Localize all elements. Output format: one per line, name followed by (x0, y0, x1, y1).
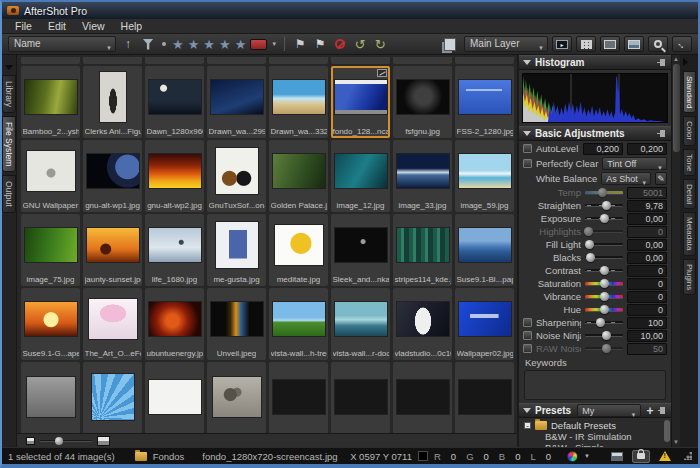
hue-slider[interactable] (585, 308, 623, 312)
vibrance-value[interactable]: 0 (627, 291, 667, 303)
autolevel-value-2[interactable]: 0,200 (627, 143, 667, 155)
thumbnail-cell[interactable] (207, 362, 266, 434)
fill-light-slider[interactable] (585, 243, 623, 246)
thumbnail-cell[interactable]: Drawn_wa...332_.jpg (269, 66, 328, 138)
thumbnail-cell[interactable]: image_59.jpg (455, 140, 514, 212)
collapse-folder-icon[interactable]: - (524, 422, 531, 429)
slider-handle[interactable] (596, 318, 605, 327)
color-management-dropdown-icon[interactable]: ▼ (584, 453, 590, 459)
saturation-slider[interactable] (585, 282, 623, 286)
sharpening-checkbox[interactable] (523, 318, 532, 327)
thumbnail-cell[interactable] (455, 362, 514, 434)
filter-icon[interactable] (140, 36, 156, 52)
thumbnail-view-button[interactable] (576, 36, 596, 52)
pin-icon[interactable] (658, 407, 667, 415)
thumbnail-cell[interactable]: gnu-alt-wp1.jpg (83, 140, 142, 212)
combo-view-button[interactable] (624, 36, 644, 52)
fullscreen-button[interactable]: ↔ (672, 36, 692, 52)
menu-file[interactable]: File (8, 19, 39, 33)
thumbnail-cell[interactable]: image_33.jpg (393, 140, 452, 212)
presets-dropdown[interactable]: My Favorites (577, 404, 640, 417)
noise-ninja-value[interactable]: 10,00 (627, 330, 667, 342)
thumbnail-cell[interactable]: Golden Palace.jpg (269, 140, 328, 212)
menu-help[interactable]: Help (114, 19, 150, 33)
thumbnail-cell[interactable]: meditate.jpg (269, 214, 328, 286)
scroll-down-icon[interactable]: ▼ (673, 439, 679, 446)
highlights-value[interactable]: 0 (627, 226, 667, 238)
color-label-swatch[interactable] (250, 39, 267, 50)
collapse-left-panel-icon[interactable] (5, 65, 13, 70)
slider-handle[interactable] (602, 344, 611, 353)
title-bar[interactable]: AfterShot Pro (2, 2, 698, 19)
highlights-slider[interactable] (585, 230, 623, 233)
slider-handle[interactable] (598, 188, 607, 197)
autolevel-value-1[interactable]: 0,200 (583, 143, 623, 155)
tab-detail[interactable]: Detail (683, 179, 696, 209)
collapse-right-panel-icon[interactable] (683, 58, 688, 66)
scroll-up-icon[interactable]: ▲ (673, 56, 679, 63)
thumbnail-cell[interactable]: Dawn_1280x960.jpg (145, 66, 204, 138)
star-icon-2[interactable]: ★ (188, 38, 200, 51)
thumbnail-cell[interactable]: Sleek_and...nkahn.jpg (331, 214, 390, 286)
slider-handle[interactable] (600, 214, 609, 223)
rotate-right-icon[interactable]: ↻ (372, 36, 388, 52)
thumbnail-cell[interactable]: vladstudio...0c1024.jpg (393, 288, 452, 360)
thumbnail-cell[interactable]: The_Art_O...eFear.jpg (83, 288, 142, 360)
autolevel-checkbox[interactable] (523, 144, 532, 153)
thumbnail-cell[interactable]: Bamboo_2...ysha.jpg (21, 66, 80, 138)
preset-folder-row[interactable]: - Default Presets (519, 420, 671, 431)
blacks-slider[interactable] (585, 256, 623, 259)
raw-noise-value[interactable]: 50 (627, 343, 667, 355)
tab-output[interactable]: Output (2, 175, 16, 213)
thumbnail-cell[interactable] (269, 362, 328, 434)
thumbnail-cell[interactable]: Drawn_wa...299_.jpg (207, 66, 266, 138)
thumbnail-cell[interactable]: FSS-2_1280.jpg (455, 66, 514, 138)
slideshow-button[interactable]: ▸ (552, 36, 572, 52)
tab-file-system[interactable]: File System (2, 116, 16, 172)
presets-header[interactable]: Presets My Favorites + (519, 403, 671, 418)
slider-handle[interactable] (600, 279, 609, 288)
resize-grip[interactable] (684, 452, 692, 460)
exposure-value[interactable]: 0,00 (627, 213, 667, 225)
pin-icon[interactable] (657, 130, 667, 138)
thumbnail-cell-selected[interactable]: fondo_128...ncast.jpg (331, 66, 390, 138)
thumbnail-cell[interactable]: image_75.jpg (21, 214, 80, 286)
blacks-value[interactable]: 0,00 (627, 252, 667, 264)
thumbnail-cell[interactable]: vista-wall...h-tree.jpg (269, 288, 328, 360)
flag-pick-icon[interactable]: ⚑ (292, 36, 308, 52)
tab-tone[interactable]: Tone (683, 149, 696, 176)
star-icon-4[interactable]: ★ (219, 38, 231, 51)
hue-value[interactable]: 0 (627, 304, 667, 316)
preset-item[interactable]: B&W - IR Simulation (519, 431, 671, 442)
preset-item[interactable]: B&W - Simple (519, 442, 671, 447)
slider-handle[interactable] (600, 292, 609, 301)
contrast-slider[interactable] (585, 269, 623, 272)
tab-plugins[interactable]: Plugins (683, 259, 696, 295)
clear-flag-icon[interactable] (332, 36, 348, 52)
slider-handle[interactable] (602, 201, 611, 210)
sharpening-value[interactable]: 100 (627, 317, 667, 329)
perfectly-clear-checkbox[interactable] (523, 159, 532, 168)
collapse-icon[interactable] (523, 408, 531, 413)
thumbnail-cell[interactable]: Suse9.1-Bl...papers.jpg (455, 214, 514, 286)
thumbnail-cell[interactable]: Suse9.1-G...apers.jpg (21, 288, 80, 360)
thumbnail-cell[interactable] (21, 362, 80, 434)
thumbnail-cell[interactable]: life_1680.jpg (145, 214, 204, 286)
thumbnail-cell[interactable]: jaunty-sunset.jpg (83, 214, 142, 286)
current-folder[interactable]: Fondos (153, 451, 185, 462)
sort-direction-icon[interactable]: ↑ (120, 36, 136, 52)
no-rating-dot-icon[interactable] (162, 42, 166, 46)
thumbnail-cell[interactable]: ubuntuenergy.jpg (145, 288, 204, 360)
tab-color[interactable]: Color (683, 116, 696, 145)
thumbnail-cell[interactable]: Wallpaper02.jpg (455, 288, 514, 360)
panel-scrollbar[interactable]: ▲ ▼ (671, 55, 680, 447)
thumbnail-cell[interactable]: stripes114_kde.jpg (393, 214, 452, 286)
warning-button[interactable] (656, 450, 674, 463)
collapse-icon[interactable] (523, 60, 531, 65)
thumbnail-cell[interactable] (331, 362, 390, 434)
star-icon-1[interactable]: ★ (172, 38, 184, 51)
raw-noise-slider[interactable] (585, 347, 623, 350)
straighten-value[interactable]: 9,78 (627, 200, 667, 212)
saturation-value[interactable]: 0 (627, 278, 667, 290)
star-icon-5[interactable]: ★ (235, 38, 247, 51)
